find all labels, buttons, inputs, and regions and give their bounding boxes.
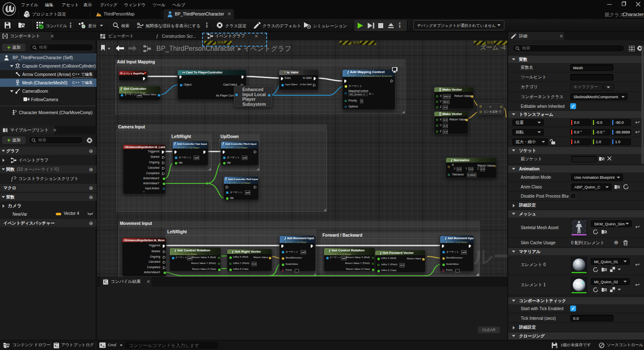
svg-text:f: f — [156, 34, 158, 39]
svg-text:f: f — [11, 176, 13, 182]
